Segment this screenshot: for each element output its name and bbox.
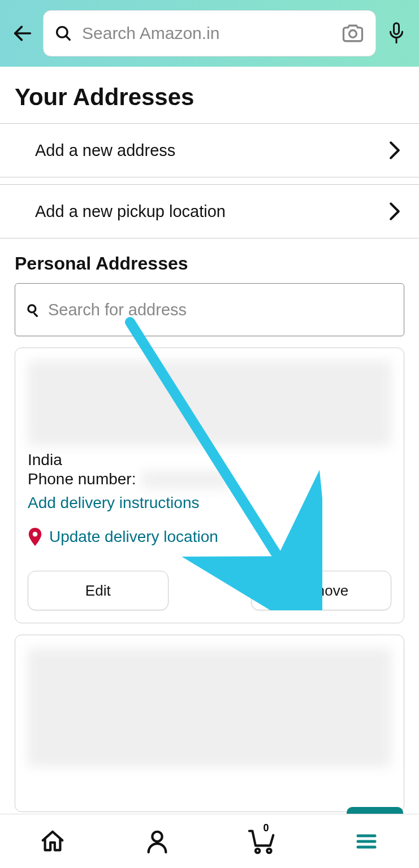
home-icon — [40, 828, 66, 854]
address-country: India — [28, 451, 391, 469]
page-title: Your Addresses — [15, 67, 404, 123]
user-icon — [144, 828, 170, 854]
phone-label: Phone number: — [28, 470, 136, 488]
svg-point-8 — [152, 831, 162, 841]
microphone-icon — [386, 21, 407, 45]
hamburger-icon — [355, 830, 378, 853]
nav-account[interactable] — [140, 824, 174, 858]
search-icon — [25, 302, 40, 317]
address-card: India Phone number: Add delivery instruc… — [15, 348, 404, 623]
nav-home[interactable] — [36, 824, 70, 858]
svg-rect-6 — [33, 312, 38, 317]
svg-point-7 — [33, 532, 38, 537]
cart-icon — [247, 828, 277, 855]
chevron-right-icon — [388, 202, 401, 221]
update-location-row[interactable]: Update delivery location — [28, 528, 391, 546]
personal-addresses-title: Personal Addresses — [15, 238, 404, 283]
svg-point-9 — [256, 848, 260, 852]
cart-count: 0 — [264, 822, 269, 834]
add-delivery-instructions-link[interactable]: Add delivery instructions — [28, 494, 199, 512]
nav-menu[interactable] — [349, 824, 383, 858]
svg-rect-4 — [394, 23, 399, 34]
add-pickup-label: Add a new pickup location — [35, 202, 226, 221]
svg-point-3 — [349, 31, 357, 38]
search-box[interactable] — [43, 10, 376, 57]
header-bar — [0, 0, 419, 67]
redacted-phone — [141, 471, 232, 488]
svg-line-2 — [66, 36, 70, 40]
add-address-label: Add a new address — [35, 141, 175, 160]
address-phone-row: Phone number: — [28, 470, 391, 488]
svg-point-10 — [267, 848, 271, 852]
redacted-address-lines — [28, 361, 391, 445]
back-button[interactable] — [10, 21, 35, 46]
nav-cart[interactable]: 0 — [245, 824, 279, 858]
redacted-address-lines — [28, 648, 391, 766]
card-button-row: Edit Remove — [28, 571, 391, 610]
search-input[interactable] — [82, 24, 331, 43]
location-pin-icon — [28, 528, 42, 546]
camera-icon[interactable] — [340, 21, 365, 46]
update-location-label: Update delivery location — [49, 528, 218, 546]
remove-button[interactable]: Remove — [251, 571, 392, 610]
search-icon — [54, 24, 73, 43]
bottom-nav: 0 — [0, 814, 419, 868]
edit-button[interactable]: Edit — [28, 571, 169, 610]
chevron-right-icon — [388, 141, 401, 160]
address-search-box[interactable] — [15, 283, 404, 336]
add-pickup-row[interactable]: Add a new pickup location — [15, 185, 404, 238]
divider — [0, 177, 419, 177]
address-search-input[interactable] — [48, 301, 394, 319]
address-card — [15, 635, 404, 812]
arrow-left-icon — [11, 22, 34, 45]
add-address-row[interactable]: Add a new address — [15, 124, 404, 177]
voice-search-button[interactable] — [384, 21, 409, 46]
content: Your Addresses Add a new address Add a n… — [0, 67, 419, 812]
